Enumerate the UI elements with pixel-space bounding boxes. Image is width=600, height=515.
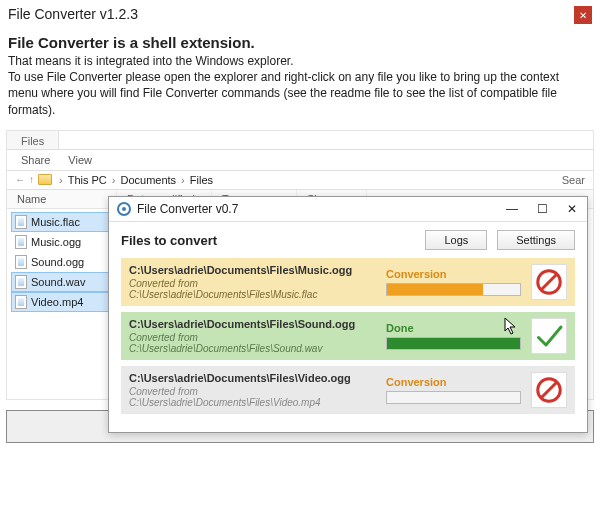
file-item[interactable]: Music.flac	[11, 212, 113, 232]
crumb-sep-icon: ›	[111, 174, 117, 186]
file-label: Sound.wav	[31, 276, 85, 288]
conversion-row: C:\Users\adrie\Documents\Files\Sound.ogg…	[121, 312, 575, 360]
cancel-icon[interactable]	[531, 372, 567, 408]
cancel-icon[interactable]	[531, 264, 567, 300]
search-input[interactable]: Sear	[562, 174, 585, 186]
close-button[interactable]: ✕	[565, 202, 579, 216]
folder-icon	[38, 174, 52, 185]
file-icon	[15, 235, 27, 249]
settings-button[interactable]: Settings	[497, 230, 575, 250]
status-label: Conversion	[386, 376, 521, 388]
file-converter-window: File Converter v0.7 — ☐ ✕ Files to conve…	[108, 196, 588, 433]
crumb-files[interactable]: Files	[190, 174, 213, 186]
progress-bar	[386, 337, 521, 350]
nav-up-icon[interactable]: ↑	[29, 174, 34, 185]
status-label: Done	[386, 322, 521, 334]
svg-line-1	[542, 275, 557, 290]
conversion-source: Converted from C:\Users\adrie\Documents\…	[129, 278, 376, 300]
crumb-documents[interactable]: Documents	[120, 174, 176, 186]
intro-line1: That means it is integrated into the Win…	[8, 53, 592, 69]
done-icon	[531, 318, 567, 354]
address-bar[interactable]: ← ↑ › This PC › Documents › Files Sear	[7, 170, 593, 190]
file-icon	[15, 255, 27, 269]
conversion-row: C:\Users\adrie\Documents\Files\Music.ogg…	[121, 258, 575, 306]
file-label: Music.flac	[31, 216, 80, 228]
fc-heading: Files to convert	[121, 233, 217, 248]
intro-heading: File Converter is a shell extension.	[0, 26, 600, 53]
file-item[interactable]: Video.mp4	[11, 292, 113, 312]
minimize-button[interactable]: —	[505, 202, 519, 216]
maximize-button[interactable]: ☐	[535, 202, 549, 216]
file-item[interactable]: Sound.ogg	[11, 252, 113, 272]
file-icon	[15, 275, 27, 289]
nav-back-icon[interactable]: ←	[15, 174, 25, 185]
progress-bar	[386, 283, 521, 296]
explorer-tab-files[interactable]: Files	[7, 131, 59, 149]
file-label: Music.ogg	[31, 236, 81, 248]
intro-line2: To use File Converter please open the ex…	[8, 69, 592, 118]
fc-title: File Converter v0.7	[137, 202, 238, 216]
conversion-path: C:\Users\adrie\Documents\Files\Music.ogg	[129, 264, 376, 276]
conversion-path: C:\Users\adrie\Documents\Files\Sound.ogg	[129, 318, 376, 330]
close-button[interactable]: ✕	[574, 6, 592, 24]
file-item[interactable]: Sound.wav	[11, 272, 113, 292]
app-title: File Converter v1.2.3	[8, 6, 138, 22]
file-item[interactable]: Music.ogg	[11, 232, 113, 252]
ribbon-view[interactable]: View	[68, 154, 92, 166]
progress-bar	[386, 391, 521, 404]
file-label: Sound.ogg	[31, 256, 84, 268]
col-name[interactable]: Name	[7, 190, 117, 208]
logs-button[interactable]: Logs	[425, 230, 487, 250]
crumb-sep-icon: ›	[58, 174, 64, 186]
file-icon	[15, 295, 27, 309]
svg-line-3	[542, 383, 557, 398]
crumb-this-pc[interactable]: This PC	[68, 174, 107, 186]
conversion-row: C:\Users\adrie\Documents\Files\Video.ogg…	[121, 366, 575, 414]
file-label: Video.mp4	[31, 296, 83, 308]
conversion-source: Converted from C:\Users\adrie\Documents\…	[129, 386, 376, 408]
crumb-sep-icon: ›	[180, 174, 186, 186]
status-label: Conversion	[386, 268, 521, 280]
file-icon	[15, 215, 27, 229]
conversion-source: Converted from C:\Users\adrie\Documents\…	[129, 332, 376, 354]
ribbon-share[interactable]: Share	[21, 154, 50, 166]
conversion-path: C:\Users\adrie\Documents\Files\Video.ogg	[129, 372, 376, 384]
app-icon	[117, 202, 131, 216]
